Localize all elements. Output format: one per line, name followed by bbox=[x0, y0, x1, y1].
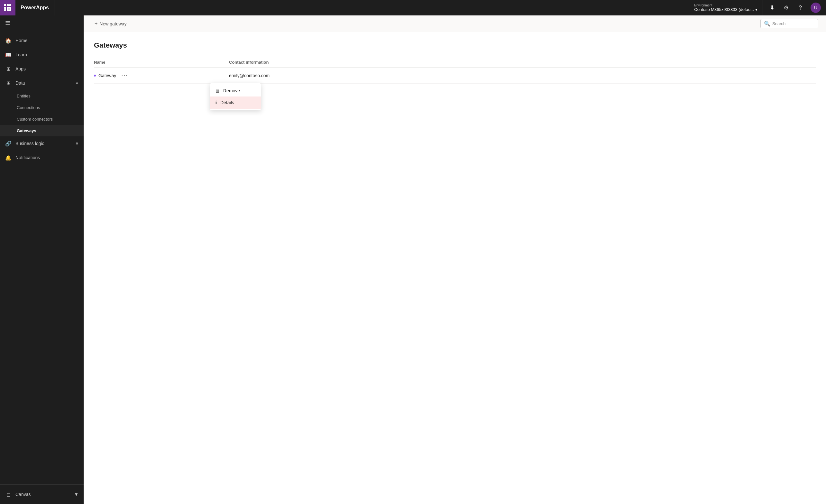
download-button[interactable]: ⬇ bbox=[766, 1, 778, 14]
environment-selector[interactable]: Environment Contoso M365x933833 (defau..… bbox=[689, 0, 763, 15]
env-value: Contoso M365x933833 (defau... ▾ bbox=[694, 7, 758, 12]
sidebar-item-business-logic[interactable]: 🔗 Business logic ∨ bbox=[0, 136, 83, 150]
env-label: Environment bbox=[694, 4, 758, 7]
sidebar-learn-label: Learn bbox=[15, 52, 27, 57]
sidebar-toggle[interactable]: ☰ bbox=[0, 15, 15, 31]
settings-button[interactable]: ⚙ bbox=[780, 1, 792, 14]
remove-icon: 🗑 bbox=[215, 88, 220, 93]
col-name-header: Name bbox=[94, 60, 229, 65]
row-status-dot bbox=[94, 75, 96, 76]
dropdown-details-item[interactable]: ℹ Details bbox=[210, 97, 261, 109]
plus-icon: + bbox=[95, 21, 98, 27]
search-box[interactable]: 🔍 bbox=[760, 19, 818, 28]
table-header: Name Contact information bbox=[94, 57, 816, 68]
contact-email: emily@contoso.com bbox=[229, 73, 270, 78]
sidebar-item-custom-connectors[interactable]: Custom connectors bbox=[0, 113, 83, 125]
gear-icon: ⚙ bbox=[783, 4, 789, 11]
canvas-label: Canvas bbox=[15, 492, 31, 497]
app-title: PowerApps bbox=[20, 5, 49, 11]
remove-label: Remove bbox=[223, 88, 240, 93]
waffle-button[interactable] bbox=[0, 0, 15, 15]
download-icon: ⬇ bbox=[770, 4, 774, 11]
sidebar-canvas-item[interactable]: ◻ Canvas ▼ bbox=[0, 487, 83, 501]
custom-connectors-label: Custom connectors bbox=[17, 117, 53, 122]
row-contact-cell: emily@contoso.com bbox=[229, 73, 816, 78]
notifications-icon: 🔔 bbox=[5, 155, 12, 161]
dropdown-remove-item[interactable]: 🗑 Remove bbox=[210, 84, 261, 97]
row-name-cell: Gateway ··· bbox=[94, 71, 229, 79]
connections-label: Connections bbox=[17, 105, 40, 110]
page-title: Gateways bbox=[94, 41, 816, 50]
sidebar-nav: 🏠 Home 📖 Learn ⊞ Apps ⊞ Data ∧ Entities … bbox=[0, 31, 83, 484]
new-gateway-button[interactable]: + New gateway bbox=[91, 19, 130, 28]
page-content: Gateways Name Contact information Gatewa… bbox=[83, 32, 826, 504]
canvas-arrow-icon: ▼ bbox=[74, 492, 78, 497]
env-chevron-icon: ▾ bbox=[755, 7, 758, 12]
topbar: PowerApps Environment Contoso M365x93383… bbox=[0, 0, 826, 15]
entities-label: Entities bbox=[17, 93, 31, 99]
canvas-icon: ◻ bbox=[5, 492, 12, 498]
content-area: + New gateway 🔍 Gateways Name Contact in… bbox=[83, 15, 826, 504]
business-logic-icon: 🔗 bbox=[5, 140, 12, 147]
hamburger-icon: ☰ bbox=[5, 20, 10, 27]
learn-icon: 📖 bbox=[5, 52, 12, 58]
apps-icon: ⊞ bbox=[5, 66, 12, 72]
dropdown-menu: 🗑 Remove ℹ Details bbox=[210, 83, 261, 110]
sidebar-item-connections[interactable]: Connections bbox=[0, 102, 83, 113]
sidebar-item-data[interactable]: ⊞ Data ∧ bbox=[0, 76, 83, 90]
user-avatar[interactable]: U bbox=[811, 3, 821, 13]
app-brand: PowerApps bbox=[15, 0, 54, 15]
sidebar: ☰ 🏠 Home 📖 Learn ⊞ Apps ⊞ Data ∧ Entitie bbox=[0, 15, 83, 504]
data-icon: ⊞ bbox=[5, 80, 12, 86]
main-layout: ☰ 🏠 Home 📖 Learn ⊞ Apps ⊞ Data ∧ Entitie bbox=[0, 15, 826, 504]
table-row: Gateway ··· emily@contoso.com 🗑 Remove ℹ… bbox=[94, 68, 816, 84]
help-icon: ? bbox=[799, 4, 802, 11]
waffle-icon bbox=[4, 4, 11, 11]
sidebar-bottom: ◻ Canvas ▼ bbox=[0, 484, 83, 504]
new-gateway-label: New gateway bbox=[99, 21, 126, 26]
sidebar-item-apps[interactable]: ⊞ Apps bbox=[0, 62, 83, 76]
data-expand-icon: ∧ bbox=[75, 81, 78, 85]
sidebar-data-label: Data bbox=[15, 80, 25, 85]
sidebar-item-home[interactable]: 🏠 Home bbox=[0, 34, 83, 48]
sidebar-item-learn[interactable]: 📖 Learn bbox=[0, 48, 83, 62]
details-label: Details bbox=[220, 100, 234, 105]
business-logic-expand-icon: ∨ bbox=[75, 141, 78, 146]
help-button[interactable]: ? bbox=[794, 1, 807, 14]
action-bar: + New gateway 🔍 bbox=[83, 15, 826, 32]
sidebar-item-gateways[interactable]: Gateways bbox=[0, 125, 83, 136]
sidebar-notifications-label: Notifications bbox=[15, 155, 40, 160]
sidebar-item-entities[interactable]: Entities bbox=[0, 90, 83, 102]
sidebar-apps-label: Apps bbox=[15, 66, 26, 71]
details-icon: ℹ bbox=[215, 100, 217, 106]
gateway-name: Gateway bbox=[99, 73, 116, 78]
search-icon: 🔍 bbox=[764, 20, 770, 27]
col-contact-header: Contact information bbox=[229, 60, 816, 65]
sidebar-item-notifications[interactable]: 🔔 Notifications bbox=[0, 150, 83, 165]
sidebar-home-label: Home bbox=[15, 38, 27, 43]
home-icon: 🏠 bbox=[5, 38, 12, 44]
topbar-icons: ⬇ ⚙ ? U bbox=[763, 1, 826, 14]
row-more-button[interactable]: ··· bbox=[119, 71, 131, 79]
search-input[interactable] bbox=[772, 21, 814, 26]
sidebar-business-logic-label: Business logic bbox=[15, 141, 44, 146]
gateways-label: Gateways bbox=[17, 128, 36, 133]
